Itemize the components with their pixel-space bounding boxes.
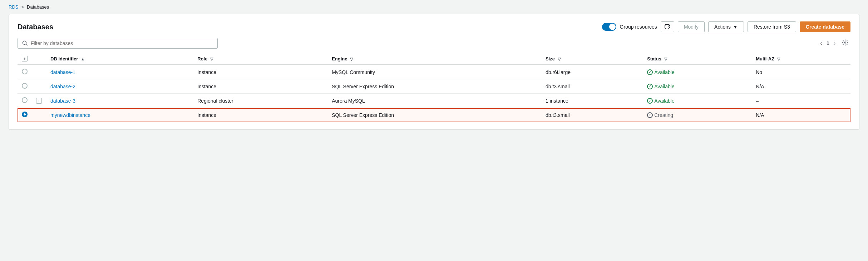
restore-from-s3-button[interactable]: Restore from S3 <box>748 21 796 32</box>
td-role: Regional cluster <box>193 94 327 108</box>
td-engine: SQL Server Express Edition <box>327 79 541 94</box>
th-engine[interactable]: Engine ▽ <box>327 53 541 65</box>
td-status: ✓ Available <box>643 65 751 79</box>
search-icon <box>22 40 28 46</box>
td-db-identifier[interactable]: database-3 <box>46 94 193 108</box>
next-page-button[interactable]: › <box>832 39 838 47</box>
table-row[interactable]: database-1InstanceMySQL Communitydb.r6i.… <box>18 65 850 79</box>
group-resources-toggle[interactable] <box>602 23 616 31</box>
table-row[interactable]: database-2InstanceSQL Server Express Edi… <box>18 79 850 94</box>
check-circle-icon: ✓ <box>647 69 653 75</box>
create-database-button[interactable]: Create database <box>800 21 850 32</box>
group-resources-label: Group resources <box>620 24 657 30</box>
th-multi-az[interactable]: Multi-AZ ▽ <box>751 53 850 65</box>
settings-icon <box>842 39 848 46</box>
td-role: Instance <box>193 108 327 122</box>
td-multi-az: N/A <box>751 79 850 94</box>
td-status: ✓ Available <box>643 94 751 108</box>
row-radio[interactable] <box>22 97 28 103</box>
th-size[interactable]: Size ▽ <box>541 53 643 65</box>
row-radio[interactable] <box>22 83 28 89</box>
page-title: Databases <box>18 23 53 31</box>
td-radio[interactable] <box>18 108 32 122</box>
db-identifier-link[interactable]: database-1 <box>50 69 75 75</box>
td-expand <box>32 79 46 94</box>
svg-point-2 <box>844 42 846 43</box>
th-db-identifier[interactable]: DB identifier ▲ <box>46 53 193 65</box>
check-circle-icon: ✓ <box>647 98 653 104</box>
actions-button[interactable]: Actions ▼ <box>708 21 744 32</box>
th-expand <box>32 53 46 65</box>
sort-desc-icon-status: ▽ <box>664 57 667 61</box>
td-expand[interactable]: + <box>32 94 46 108</box>
modify-button[interactable]: Modify <box>678 21 705 32</box>
row-radio[interactable] <box>22 112 28 117</box>
breadcrumb-rds[interactable]: RDS <box>9 4 18 10</box>
td-radio[interactable] <box>18 65 32 79</box>
settings-button[interactable] <box>840 39 850 48</box>
td-role: Instance <box>193 79 327 94</box>
sort-desc-icon-engine: ▽ <box>350 57 353 61</box>
td-db-identifier[interactable]: mynewdbinstance <box>46 108 193 122</box>
td-engine: Aurora MySQL <box>327 94 541 108</box>
td-status: ✓ Available <box>643 79 751 94</box>
table-row[interactable]: mynewdbinstanceInstanceSQL Server Expres… <box>18 108 850 122</box>
row-radio[interactable] <box>22 69 28 74</box>
td-db-identifier[interactable]: database-1 <box>46 65 193 79</box>
td-expand <box>32 65 46 79</box>
prev-page-button[interactable]: ‹ <box>818 39 824 47</box>
status-available: ✓ Available <box>647 84 747 89</box>
clock-icon: ⏱ <box>647 112 653 118</box>
toolbar-row: ‹ 1 › <box>18 38 850 49</box>
search-bar <box>18 38 218 49</box>
status-available: ✓ Available <box>647 69 747 75</box>
db-identifier-link[interactable]: database-2 <box>50 84 75 89</box>
td-engine: MySQL Community <box>327 65 541 79</box>
sort-desc-icon-role: ▽ <box>210 57 213 61</box>
refresh-icon <box>665 24 670 30</box>
td-engine: SQL Server Express Edition <box>327 108 541 122</box>
sort-desc-icon-multiaz: ▽ <box>777 57 780 61</box>
td-radio[interactable] <box>18 79 32 94</box>
td-multi-az: No <box>751 65 850 79</box>
td-multi-az: N/A <box>751 108 850 122</box>
td-db-identifier[interactable]: database-2 <box>46 79 193 94</box>
td-size: db.r6i.large <box>541 65 643 79</box>
chevron-down-icon: ▼ <box>733 24 738 30</box>
td-expand <box>32 108 46 122</box>
status-available: ✓ Available <box>647 98 747 104</box>
td-size: 1 instance <box>541 94 643 108</box>
breadcrumb-current: Databases <box>27 4 49 10</box>
db-identifier-link[interactable]: database-3 <box>50 98 75 104</box>
svg-line-1 <box>26 44 28 46</box>
page-number: 1 <box>827 40 829 46</box>
databases-table: + DB identifier ▲ Role ▽ Engine ▽ Size ▽… <box>18 53 850 122</box>
table-row[interactable]: +database-3Regional clusterAurora MySQL1… <box>18 94 850 108</box>
refresh-button[interactable] <box>661 21 674 32</box>
td-multi-az: – <box>751 94 850 108</box>
pagination-controls: ‹ 1 › <box>818 39 850 48</box>
sort-desc-icon-size: ▽ <box>558 57 561 61</box>
search-input[interactable] <box>31 40 213 46</box>
breadcrumb-separator: > <box>21 4 24 10</box>
select-all-icon[interactable]: + <box>22 56 28 61</box>
td-role: Instance <box>193 65 327 79</box>
breadcrumb: RDS > Databases <box>0 0 868 14</box>
status-creating: ⏱ Creating <box>647 112 747 118</box>
expand-row-icon[interactable]: + <box>36 98 42 104</box>
sort-asc-icon: ▲ <box>81 57 85 61</box>
td-radio[interactable] <box>18 94 32 108</box>
th-role[interactable]: Role ▽ <box>193 53 327 65</box>
th-status[interactable]: Status ▽ <box>643 53 751 65</box>
table-header-row: + DB identifier ▲ Role ▽ Engine ▽ Size ▽… <box>18 53 850 65</box>
th-radio: + <box>18 53 32 65</box>
db-identifier-link[interactable]: mynewdbinstance <box>50 112 90 118</box>
check-circle-icon: ✓ <box>647 84 653 89</box>
header-controls: Group resources Modify Actions ▼ Restore… <box>602 21 850 32</box>
card-header: Databases Group resources Modify Actions… <box>18 21 850 32</box>
td-size: db.t3.small <box>541 79 643 94</box>
td-size: db.t3.small <box>541 108 643 122</box>
databases-card: Databases Group resources Modify Actions… <box>9 14 859 130</box>
td-status: ⏱ Creating <box>643 108 751 122</box>
